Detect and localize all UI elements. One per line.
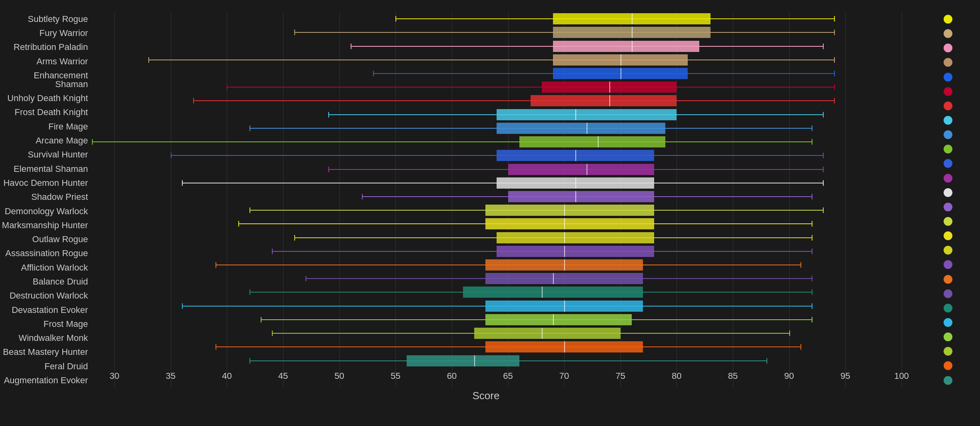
box-rect <box>497 246 654 257</box>
box-row-arcane-mage <box>92 121 924 135</box>
median-line <box>474 355 475 366</box>
y-label-frost-death-knight: Frost Death Knight <box>0 107 88 117</box>
x-tick-70: 70 <box>559 371 569 381</box>
whisker-cap-left <box>351 44 351 49</box>
whisker-cap-right <box>812 235 812 241</box>
x-tick-35: 35 <box>166 371 176 381</box>
dot-demonology-warlock <box>944 203 952 211</box>
median-line <box>564 246 565 257</box>
whisker-cap-left <box>362 194 363 199</box>
median-line <box>542 328 543 339</box>
whisker-cap-left <box>249 207 250 213</box>
y-label-elemental-shaman: Elemental Shaman <box>0 164 88 174</box>
whisker-cap-right <box>823 207 824 213</box>
box-row-beast-mastery-hunter <box>92 326 924 340</box>
whisker-cap-left <box>238 221 239 227</box>
dot-destruction-warlock <box>944 289 952 298</box>
whisker-cap-right <box>812 139 812 145</box>
box-rect <box>485 218 654 229</box>
y-label-survival-hunter: Survival Hunter <box>0 149 88 160</box>
dot-marksmanship-hunter <box>944 217 952 226</box>
whisker-cap-right <box>812 194 812 199</box>
y-label-destruction-warlock: Destruction Warlock <box>0 291 88 301</box>
whisker-cap-left <box>216 262 216 268</box>
median-line <box>587 164 587 175</box>
whisker-cap-left <box>272 249 273 254</box>
box-row-fire-mage <box>92 108 924 121</box>
box-rect <box>485 205 654 216</box>
box-rect <box>553 41 699 52</box>
box-row-enhancement-shaman <box>92 67 924 80</box>
x-tick-100: 100 <box>894 371 909 381</box>
whisker-cap-right <box>812 276 812 281</box>
box-row-destruction-warlock <box>92 272 924 285</box>
dot-fire-mage <box>944 116 952 125</box>
whisker-cap-left <box>328 112 329 117</box>
dot-column <box>924 12 972 388</box>
median-line <box>575 109 576 120</box>
box-rect <box>519 136 666 147</box>
box-rect <box>508 164 655 175</box>
box-row-elemental-shaman <box>92 149 924 162</box>
x-tick-55: 55 <box>391 371 400 381</box>
dot-havoc-demon-hunter <box>944 174 952 183</box>
box-row-outlaw-rogue <box>92 217 924 231</box>
dot-beast-mastery-hunter <box>944 347 952 356</box>
x-tick-90: 90 <box>784 371 794 381</box>
median-line <box>542 287 543 298</box>
whisker-cap-right <box>834 71 835 76</box>
median-line <box>609 95 610 106</box>
chart-container: Subtlety RogueFury WarriorRetribution Pa… <box>0 0 980 426</box>
whisker-cap-right <box>812 221 812 227</box>
whisker-cap-left <box>373 71 374 76</box>
whisker-cap-right <box>812 249 812 254</box>
whisker-cap-right <box>812 289 812 295</box>
dot-frost-mage <box>944 318 952 327</box>
y-label-feral-druid: Feral Druid <box>0 361 88 372</box>
box-row-devastation-evoker <box>92 285 924 299</box>
whisker-cap-left <box>328 167 329 172</box>
y-label-devastation-evoker: Devastation Evoker <box>0 305 88 315</box>
box-row-affliction-warlock <box>92 245 924 258</box>
x-tick-75: 75 <box>615 371 625 381</box>
dot-windwalker-monk <box>944 332 952 341</box>
x-axis-title: Score <box>0 390 972 402</box>
whisker-cap-left <box>272 330 273 336</box>
box-row-fury-warrior <box>92 26 924 39</box>
whisker-cap-left <box>193 98 194 104</box>
x-tick-50: 50 <box>334 371 344 381</box>
box-row-augmentation-evoker <box>92 354 924 368</box>
whisker-cap-left <box>249 358 250 364</box>
y-label-marksmanship-hunter: Marksmanship Hunter <box>0 220 88 231</box>
whisker-cap-right <box>800 262 801 268</box>
whisker-cap-right <box>823 44 824 49</box>
median-line <box>553 314 554 325</box>
dot-affliction-warlock <box>944 260 952 269</box>
dot-arms-warrior <box>944 58 952 67</box>
dot-devastation-evoker <box>944 304 952 313</box>
y-label-retribution-paladin: Retribution Paladin <box>0 42 88 52</box>
box-row-frost-mage <box>92 299 924 313</box>
median-line <box>564 205 565 216</box>
dot-retribution-paladin <box>944 44 952 52</box>
whisker-cap-right <box>823 180 824 186</box>
whisker-cap-right <box>800 344 801 350</box>
whisker-cap-right <box>834 98 835 104</box>
y-label-fury-warrior: Fury Warrior <box>0 28 88 38</box>
box-rect <box>485 273 643 284</box>
x-tick-30: 30 <box>110 371 119 381</box>
box-rect <box>474 328 621 339</box>
whisker-line <box>92 141 812 142</box>
whisker-cap-left <box>249 289 250 295</box>
box-row-unholy-death-knight <box>92 80 924 94</box>
box-rect <box>407 355 519 366</box>
y-label-windwalker-monk: Windwalker Monk <box>0 333 88 343</box>
dot-feral-druid <box>944 361 952 370</box>
whisker-cap-left <box>249 125 250 131</box>
whisker-cap-left <box>171 153 172 158</box>
y-label-havoc-demon-hunter: Havoc Demon Hunter <box>0 178 88 188</box>
median-line <box>564 259 565 271</box>
y-label-frost-mage: Frost Mage <box>0 319 88 329</box>
y-label-arcane-mage: Arcane Mage <box>0 135 88 146</box>
y-label-affliction-warlock: Affliction Warlock <box>0 263 88 273</box>
